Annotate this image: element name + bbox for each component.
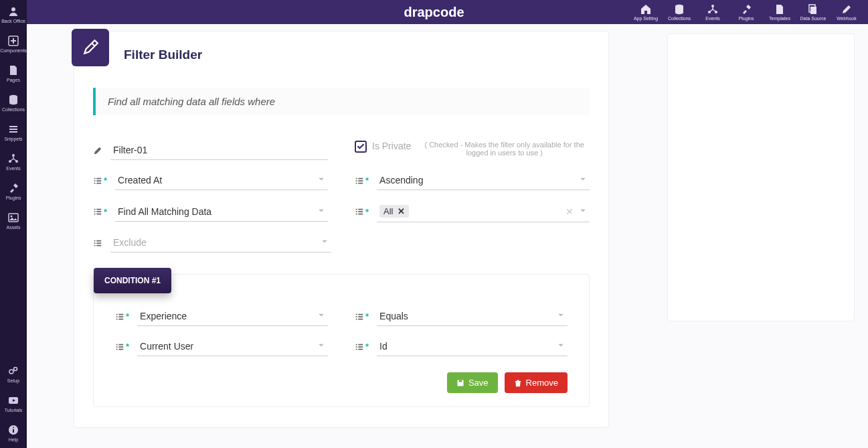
chevron-down-icon	[557, 340, 565, 352]
chevron-down-icon	[579, 174, 587, 186]
chevron-down-icon	[317, 174, 325, 186]
list-icon: *	[355, 342, 369, 352]
edit-badge-icon	[72, 29, 109, 66]
rail-setup[interactable]: Setup	[0, 360, 27, 389]
chevron-down-icon	[317, 340, 325, 352]
chevron-down-icon	[579, 206, 587, 218]
chevron-down-icon	[321, 236, 329, 248]
condition-operator-select[interactable]: Equals	[377, 307, 568, 326]
toolbar-collections[interactable]: Collections	[665, 0, 694, 24]
toolbar-app-setting[interactable]: App Setting	[631, 0, 661, 24]
condition-card: CONDITION #1 * Experience * Equals	[93, 274, 590, 407]
list-icon: *	[115, 342, 129, 352]
toolbar-events[interactable]: Events	[698, 0, 727, 24]
rail-components[interactable]: Components	[0, 29, 27, 59]
brand-logo: drapcode	[404, 5, 464, 20]
toolbar-webhook[interactable]: Webhook	[832, 0, 861, 24]
pencil-icon	[93, 146, 102, 155]
rail-snippets[interactable]: Snippets	[0, 118, 27, 147]
filter-builder-card: Filter Builder Find all matching data al…	[74, 31, 609, 428]
condition-key-select[interactable]: Id	[377, 337, 568, 356]
list-icon: *	[93, 207, 107, 217]
sort-field-select[interactable]: Created At	[115, 171, 328, 190]
tag-chip[interactable]: All✕	[379, 205, 408, 218]
rail-assets[interactable]: Assets	[0, 206, 27, 236]
list-icon: *	[93, 175, 107, 185]
exclude-select[interactable]: Exclude	[110, 233, 331, 252]
condition-badge: CONDITION #1	[94, 268, 171, 293]
filter-description: Find all matching data all fields where	[93, 88, 590, 115]
filter-name-input[interactable]	[110, 141, 328, 160]
save-button[interactable]: Save	[447, 372, 498, 393]
page-title: Filter Builder	[124, 48, 595, 62]
condition-source-select[interactable]: Current User	[137, 337, 328, 356]
list-icon: *	[355, 207, 369, 217]
rail-back-office[interactable]: Back Office	[0, 0, 27, 29]
match-type-select[interactable]: Find All Matching Data	[115, 202, 328, 222]
fields-multiselect[interactable]: All✕ ✕	[377, 201, 590, 222]
sort-order-select[interactable]: Ascending	[377, 171, 590, 190]
remove-button[interactable]: Remove	[505, 372, 568, 393]
rail-plugins[interactable]: Plugins	[0, 177, 27, 206]
chevron-down-icon	[557, 310, 565, 322]
toolbar-data-source[interactable]: Data Source	[798, 0, 828, 24]
toolbar-plugins[interactable]: Plugins	[731, 0, 761, 24]
right-panel	[667, 33, 855, 321]
list-icon	[93, 238, 102, 248]
toolbar-templates[interactable]: Templates	[765, 0, 794, 24]
chevron-down-icon	[317, 310, 325, 322]
rail-help[interactable]: Help	[0, 419, 27, 448]
is-private-hint: ( Checked - Makes the filter only availa…	[419, 141, 590, 157]
list-icon: *	[115, 311, 129, 321]
is-private-checkbox[interactable]	[355, 141, 367, 153]
rail-pages[interactable]: Pages	[0, 59, 27, 88]
rail-tutorials[interactable]: Tutorials	[0, 389, 27, 419]
is-private-label: Is Private	[372, 141, 411, 151]
clear-all-icon[interactable]: ✕	[566, 206, 574, 217]
rail-collections[interactable]: Collections	[0, 88, 27, 118]
rail-events[interactable]: Events	[0, 147, 27, 177]
condition-field-select[interactable]: Experience	[137, 307, 328, 326]
chevron-down-icon	[317, 206, 325, 218]
list-icon: *	[355, 311, 369, 321]
list-icon: *	[355, 175, 369, 185]
chip-remove-icon[interactable]: ✕	[398, 206, 405, 216]
